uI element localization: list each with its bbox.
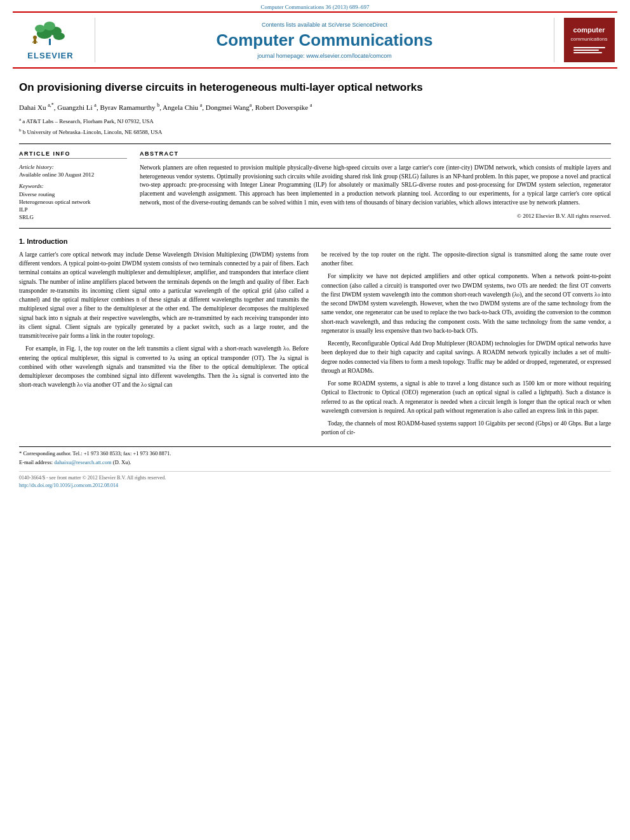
body-para-2: For example, in Fig. 1, the top router o… <box>19 344 309 389</box>
article-title-section: On provisioning diverse circuits in hete… <box>19 80 611 137</box>
keyword-3: ILP <box>19 206 127 213</box>
svg-point-6 <box>33 36 37 39</box>
body-two-col: A large carrier's core optical network m… <box>19 250 611 441</box>
journal-header-center: Contents lists available at SciVerse Sci… <box>95 18 554 62</box>
doi-anchor[interactable]: http://dx.doi.org/10.1016/j.comcom.2012.… <box>19 483 118 488</box>
divider-2 <box>19 228 611 229</box>
journal-citation: Computer Communications 36 (2013) 689–69… <box>261 4 370 10</box>
elsevier-logo-area: ELSEVIER <box>13 18 95 62</box>
body-para-5: Recently, Reconfigurable Optical Add Dro… <box>321 339 611 375</box>
svg-point-5 <box>53 32 65 40</box>
body-col-left: A large carrier's core optical network m… <box>19 250 309 441</box>
authors-line: Dahai Xu a,*, Guangzhi Li a, Byrav Ramam… <box>19 102 611 112</box>
abstract-col: ABSTRACT Network planners are often requ… <box>140 150 611 222</box>
journal-url[interactable]: www.elsevier.com/locate/comcom <box>306 53 392 59</box>
body-para-7: Today, the channels of most ROADM-based … <box>321 419 611 437</box>
footnote-corresponding: * Corresponding author. Tel.: +1 973 360… <box>19 450 611 458</box>
keyword-2: Heterogeneous optical network <box>19 199 127 205</box>
keyword-4: SRLG <box>19 214 127 220</box>
elsevier-brand: ELSEVIER <box>27 51 73 60</box>
body-para-4: For simplicity we have not depicted ampl… <box>321 272 611 335</box>
abstract-heading: ABSTRACT <box>140 150 611 159</box>
journal-logo-box: computer communications <box>564 18 615 62</box>
body-col-right: be received by the top router on the rig… <box>321 250 611 441</box>
svg-rect-0 <box>49 39 51 45</box>
keywords-label: Keywords: <box>19 183 127 189</box>
email-link[interactable]: dahaixu@research.att.com <box>54 459 111 465</box>
top-bar: Computer Communications 36 (2013) 689–69… <box>0 0 630 11</box>
body-para-6: For some ROADM systems, a signal is able… <box>321 379 611 415</box>
article-info-col: ARTICLE INFO Article history: Available … <box>19 150 127 222</box>
intro-heading-section: 1. Introduction <box>19 237 611 245</box>
affiliation-a: a a AT&T Labs – Research, Florham Park, … <box>19 116 611 126</box>
journal-header: ELSEVIER Contents lists available at Sci… <box>13 11 617 69</box>
contents-available: Contents lists available at SciVerse Sci… <box>262 22 387 28</box>
journal-title: Computer Communications <box>217 30 433 50</box>
abstract-text: Network planners are often requested to … <box>140 164 611 208</box>
keyword-1: Diverse routing <box>19 191 127 197</box>
copyright-notice: 0140-3664/$ - see front matter © 2012 El… <box>19 474 611 481</box>
body-para-1: A large carrier's core optical network m… <box>19 250 309 341</box>
logo-sub: communications <box>571 36 608 43</box>
elsevier-tree-icon <box>22 20 79 48</box>
article-title: On provisioning diverse circuits in hete… <box>19 80 611 95</box>
footnote-email: E-mail address: dahaixu@research.att.com… <box>19 459 611 467</box>
article-info-abstract-row: ARTICLE INFO Article history: Available … <box>19 150 611 222</box>
body-para-3: be received by the top router on the rig… <box>321 250 611 269</box>
logo-title: computer <box>573 25 605 34</box>
affiliation-b: b b University of Nebraska–Lincoln, Linc… <box>19 127 611 137</box>
history-label: Article history: <box>19 164 127 170</box>
copyright-line: © 2012 Elsevier B.V. All rights reserved… <box>140 213 611 219</box>
bottom-bar: 0140-3664/$ - see front matter © 2012 El… <box>19 471 611 488</box>
journal-homepage: journal homepage: www.elsevier.com/locat… <box>257 53 392 59</box>
svg-point-4 <box>35 25 45 32</box>
logo-lines <box>571 46 608 55</box>
doi-link: http://dx.doi.org/10.1016/j.comcom.2012.… <box>19 482 611 489</box>
svg-point-3 <box>44 22 55 30</box>
divider-1 <box>19 143 611 144</box>
journal-logo-area: computer communications <box>554 18 617 62</box>
footnote-area: * Corresponding author. Tel.: +1 973 360… <box>19 446 611 467</box>
intro-heading: 1. Introduction <box>19 237 611 245</box>
article-info-heading: ARTICLE INFO <box>19 150 127 159</box>
available-online: Available online 30 August 2012 <box>19 171 127 178</box>
